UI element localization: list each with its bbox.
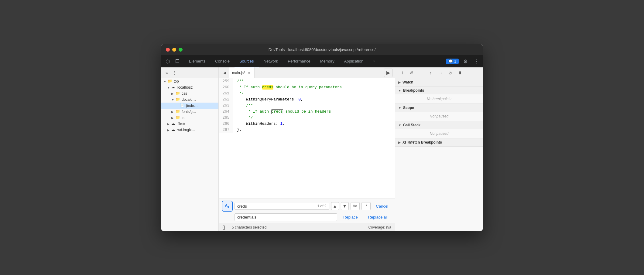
- tree-label: docs/d…: [182, 97, 196, 102]
- find-replace-toggle[interactable]: AB: [222, 201, 233, 212]
- code-line-259: /**: [237, 78, 395, 84]
- right-toolbar: ⏸ ↺ ↓ ↑ → ⊘ ⏸: [395, 67, 483, 78]
- scope-body: Not paused: [395, 112, 483, 121]
- tab-memory[interactable]: Memory: [315, 55, 339, 67]
- device-mode-icon[interactable]: ⧠: [173, 57, 182, 66]
- step-into-icon[interactable]: ↓: [417, 69, 425, 77]
- code-editor[interactable]: 259 260 261 262 263 264 265 266 267 /**: [219, 78, 395, 199]
- code-content: /** * If auth creds should be in query p…: [233, 78, 395, 133]
- minimize-button[interactable]: [172, 48, 176, 52]
- sidebar-menu-icon[interactable]: ⋮: [171, 70, 178, 76]
- step-over-icon[interactable]: ↺: [407, 69, 415, 77]
- search-highlight-1: creds: [262, 85, 274, 90]
- call-stack-label: Call Stack: [403, 123, 420, 127]
- inspector-icon[interactable]: ⬡: [163, 57, 172, 66]
- use-regex-button[interactable]: .*: [361, 202, 371, 210]
- tab-elements[interactable]: Elements: [184, 55, 210, 67]
- code-line-261: */: [237, 90, 395, 97]
- run-snippet-icon[interactable]: ▶: [384, 69, 392, 77]
- scope-header[interactable]: ▼ Scope: [395, 104, 483, 112]
- more-tabs-button[interactable]: »: [368, 55, 380, 67]
- close-button[interactable]: [166, 48, 170, 52]
- chat-icon: 💬: [448, 59, 453, 63]
- settings-icon[interactable]: ⚙: [461, 57, 470, 66]
- devtools-window: DevTools - localhost:8080/docs/devtools/…: [161, 44, 483, 231]
- folder-icon: 📁: [176, 91, 180, 96]
- scope-section: ▼ Scope Not paused: [395, 104, 483, 121]
- tree-label: top: [174, 79, 179, 83]
- call-stack-header[interactable]: ▼ Call Stack: [395, 121, 483, 129]
- step-out-icon[interactable]: ↑: [427, 69, 435, 77]
- find-replace-bar: AB 1 of 2 ▲ ▼ Aa .* Cancel credentials: [219, 199, 395, 223]
- tab-sources[interactable]: Sources: [235, 55, 259, 67]
- main-js-tab[interactable]: main.js* ×: [229, 67, 255, 78]
- code-line-264: * If auth creds should be in headers.: [237, 109, 395, 115]
- replace-all-button[interactable]: Replace all: [364, 214, 392, 221]
- tab-application[interactable]: Application: [339, 55, 368, 67]
- replace-button[interactable]: Replace: [339, 214, 362, 221]
- cloud-icon: ☁: [171, 121, 176, 126]
- search-highlight-2: creds: [271, 109, 283, 114]
- line-numbers: 259 260 261 262 263 264 265 266 267: [219, 78, 233, 133]
- cloud-icon: ☁: [171, 127, 176, 132]
- tab-console[interactable]: Console: [210, 55, 235, 67]
- watch-section: ▶ Watch: [395, 78, 483, 87]
- tab-performance[interactable]: Performance: [283, 55, 315, 67]
- feedback-badge[interactable]: 💬 1: [446, 59, 459, 64]
- sidebar-expand-icon[interactable]: »: [163, 70, 170, 76]
- code-line-260: * If auth creds should be in query param…: [237, 84, 395, 90]
- find-previous-button[interactable]: ▲: [331, 202, 339, 210]
- tree-item-docs[interactable]: ▼ 📁 docs/d…: [161, 97, 218, 103]
- code-tabbar: ◀ main.js* × ▶: [219, 67, 395, 78]
- match-case-button[interactable]: Aa: [351, 202, 360, 210]
- find-cancel-button[interactable]: Cancel: [372, 203, 392, 210]
- tab-close-icon[interactable]: ×: [247, 71, 251, 75]
- tab-network[interactable]: Network: [259, 55, 283, 67]
- find-replace-icon: AB: [225, 204, 229, 208]
- arrow-icon: ▼: [171, 98, 176, 101]
- code-line-266: WithinHeaders: 1,: [237, 121, 395, 127]
- folder-icon: 📁: [176, 109, 180, 114]
- step-icon[interactable]: →: [437, 69, 444, 77]
- call-stack-section: ▼ Call Stack Not paused: [395, 121, 483, 138]
- breakpoints-header[interactable]: ▼ Breakpoints: [395, 87, 483, 94]
- coverage-status: Coverage: n/a: [368, 225, 391, 229]
- nav-icons: ⬡ ⧠: [163, 57, 182, 66]
- folder-icon: 📁: [168, 79, 173, 84]
- tree-item-top[interactable]: ▼ 📁 top: [161, 78, 218, 84]
- format-icon[interactable]: {}: [222, 225, 225, 230]
- replace-input[interactable]: credentials: [235, 213, 337, 221]
- tree-item-localhost[interactable]: ▼ ☁ localhost:: [161, 84, 218, 90]
- xhr-breakpoints-header[interactable]: ▶ XHR/fetch Breakpoints: [395, 138, 483, 146]
- tree-label: fonts/g…: [182, 110, 196, 114]
- breakpoints-section: ▼ Breakpoints No breakpoints: [395, 87, 483, 104]
- find-row: AB 1 of 2 ▲ ▼ Aa .* Cancel: [222, 201, 392, 212]
- pause-on-exceptions-icon[interactable]: ⏸: [456, 69, 464, 77]
- watch-header[interactable]: ▶ Watch: [395, 78, 483, 86]
- pause-icon[interactable]: ⏸: [398, 69, 406, 77]
- tree-item-file[interactable]: ▶ ☁ file://: [161, 121, 218, 127]
- call-stack-not-paused-text: Not paused: [430, 131, 448, 136]
- code-line-262: WithinQueryParameters: 0,: [237, 97, 395, 103]
- maximize-button[interactable]: [179, 48, 183, 52]
- find-next-button[interactable]: ▼: [341, 202, 349, 210]
- breakpoints-arrow-icon: ▼: [398, 89, 401, 92]
- find-input[interactable]: [237, 204, 316, 209]
- deactivate-breakpoints-icon[interactable]: ⊘: [446, 69, 454, 77]
- tree-label: js: [182, 116, 184, 120]
- tree-item-fonts[interactable]: ▶ 📁 fonts/g…: [161, 109, 218, 115]
- tree-label: css: [182, 91, 187, 96]
- tree-item-index[interactable]: 📄 (inde…: [161, 103, 218, 109]
- watch-arrow-icon: ▶: [398, 81, 401, 84]
- tree-item-imgix[interactable]: ▶ ☁ wd.imgix…: [161, 127, 218, 133]
- more-options-icon[interactable]: ⋮: [472, 57, 481, 66]
- tree-item-css[interactable]: ▶ 📁 css: [161, 90, 218, 97]
- tree-item-js[interactable]: ▶ 📁 js: [161, 115, 218, 121]
- navigate-back-icon[interactable]: ◀: [221, 70, 228, 76]
- scope-label: Scope: [403, 106, 414, 110]
- right-panel-content: ▶ Watch ▼ Breakpoints No breakpoints: [395, 78, 483, 231]
- arrow-icon: ▶: [171, 110, 176, 114]
- cloud-icon: ☁: [171, 85, 176, 90]
- tree-label: localhost:: [177, 85, 193, 90]
- file-icon: 📄: [180, 103, 185, 108]
